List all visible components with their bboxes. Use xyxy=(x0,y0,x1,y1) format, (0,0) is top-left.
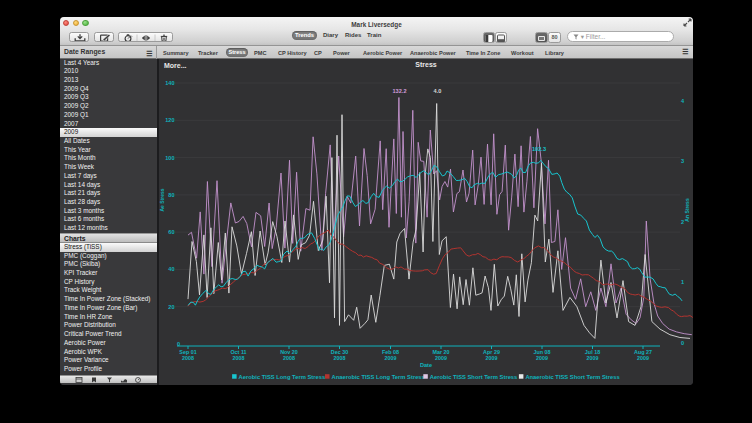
svg-text:2009: 2009 xyxy=(385,355,397,361)
svg-text:2008: 2008 xyxy=(182,355,194,361)
svg-text:4.0: 4.0 xyxy=(434,88,442,94)
svg-text:Ae Stress: Ae Stress xyxy=(159,188,165,211)
svg-text:20: 20 xyxy=(168,304,174,310)
svg-text:Stress: Stress xyxy=(415,61,437,68)
svg-text:132.2: 132.2 xyxy=(393,88,407,94)
svg-text:2008: 2008 xyxy=(283,355,295,361)
svg-text:2008: 2008 xyxy=(334,355,346,361)
svg-text:80: 80 xyxy=(168,192,174,198)
svg-text:100: 100 xyxy=(165,155,174,161)
svg-text:2009: 2009 xyxy=(587,355,599,361)
svg-text:Aerobic TISS Short Term Stress: Aerobic TISS Short Term Stress xyxy=(430,374,518,380)
svg-text:2009: 2009 xyxy=(536,355,548,361)
svg-text:40: 40 xyxy=(168,266,174,272)
svg-text:An Stress: An Stress xyxy=(684,198,690,222)
svg-text:120: 120 xyxy=(165,117,174,123)
svg-text:Aerobic TISS Long Term Stress: Aerobic TISS Long Term Stress xyxy=(239,374,326,380)
svg-text:60: 60 xyxy=(168,229,174,235)
svg-text:2009: 2009 xyxy=(486,355,498,361)
svg-text:2009: 2009 xyxy=(637,355,649,361)
svg-text:2009: 2009 xyxy=(435,355,447,361)
svg-text:1: 1 xyxy=(681,279,684,285)
svg-text:More...: More... xyxy=(164,62,187,69)
svg-text:0: 0 xyxy=(681,340,684,346)
svg-text:2008: 2008 xyxy=(233,355,245,361)
svg-text:4: 4 xyxy=(681,98,685,104)
svg-text:102.3: 102.3 xyxy=(532,146,546,152)
svg-text:Anaerobic TISS Long Term Stres: Anaerobic TISS Long Term Stress xyxy=(332,374,425,380)
svg-text:Anaerobic TISS Short Term Stre: Anaerobic TISS Short Term Stress xyxy=(525,374,619,380)
svg-text:3: 3 xyxy=(681,158,684,164)
svg-text:Date: Date xyxy=(420,362,432,368)
svg-text:140: 140 xyxy=(165,80,174,86)
